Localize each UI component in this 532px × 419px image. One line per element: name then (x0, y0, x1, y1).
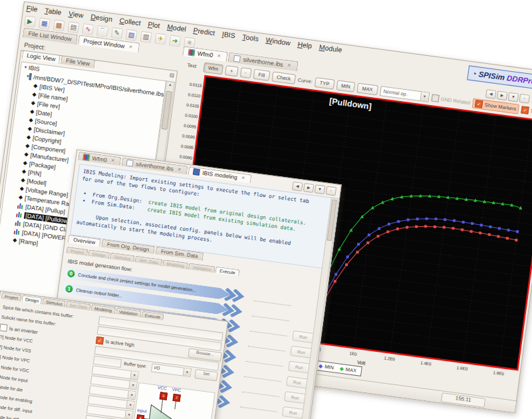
dialog-nav-restore-icon[interactable]: ▫ (326, 186, 337, 196)
dialog-nav-back-icon[interactable]: ◀ (292, 182, 303, 192)
close-icon[interactable]: ✕ (285, 62, 293, 69)
chevron-down-icon[interactable]: ▼ (124, 411, 132, 419)
export-icon[interactable]: ➜ (169, 35, 181, 47)
report-icon[interactable]: ▥ (140, 31, 152, 43)
chart-icon (188, 49, 195, 56)
legend-marker-icon: ◆ (339, 366, 344, 372)
wfm-button-wfm[interactable]: Wfm (203, 62, 223, 74)
wfm-button--[interactable]: - (239, 67, 251, 78)
scroll-up-icon[interactable]: ▲ (166, 82, 174, 90)
wfm-nav-down-icon[interactable]: ▼ (508, 92, 519, 102)
config-tab-validation[interactable]: Validation (188, 263, 215, 273)
project-label: Project: (24, 41, 46, 51)
diamond-icon: ◆ (30, 108, 35, 115)
pin-vcc[interactable]: 0 (160, 392, 168, 400)
diamond-icon: ◆ (26, 134, 31, 140)
pin-input[interactable]: 4 (136, 414, 144, 419)
wfm-nav-back-icon[interactable]: ◀ (485, 89, 497, 99)
svg-text:0.0090: 0.0090 (182, 133, 196, 140)
menu-ibis[interactable]: IBIS (221, 30, 236, 42)
wfm-nav-restore-icon[interactable]: ▫ (519, 94, 530, 104)
config-tab-stimulus[interactable]: Stimulus (110, 253, 135, 263)
run-button[interactable]: Run (290, 346, 313, 358)
close-icon[interactable]: ✕ (127, 43, 134, 51)
data-chart-icon (14, 228, 21, 235)
menu-plot[interactable]: Plot (147, 20, 160, 32)
chevron-down-icon[interactable]: ▼ (128, 381, 136, 389)
pencil-icon[interactable]: ✎ (111, 27, 123, 39)
form-tab-modeling[interactable]: Modeling (90, 304, 115, 314)
config-tab-modeling[interactable]: Modeling (162, 259, 188, 269)
curve-button-typ[interactable]: TYP (315, 77, 334, 90)
menu-table[interactable]: Table (44, 6, 62, 19)
run-button[interactable]: Run (284, 391, 307, 404)
menu-module[interactable]: Module (319, 43, 342, 56)
wfm-nav-forward-icon[interactable]: ▶ (497, 90, 508, 100)
form-tab-project[interactable]: Project (1, 292, 22, 301)
chart-icon (82, 154, 90, 161)
diamond-icon: ◆ (29, 117, 33, 124)
wfm-button-text[interactable]: Text (182, 59, 202, 72)
close-icon[interactable]: ✕ (109, 157, 116, 164)
buffer-type-label: Buffer type: (124, 361, 147, 369)
run-button[interactable]: Run (292, 331, 315, 343)
palette-icon[interactable]: ▩ (53, 19, 65, 31)
config-tab-execute[interactable]: Execute (215, 267, 240, 277)
menu-help[interactable]: Help (297, 40, 313, 53)
form-tab-sim-data[interactable]: Sim.Data (66, 301, 91, 311)
step-number-badge: 1 (65, 285, 73, 293)
close-icon[interactable]: ✕ (239, 174, 247, 182)
form-tab-stimulus[interactable]: Stimulus (42, 298, 66, 308)
doc-icon (126, 160, 134, 167)
close-icon[interactable]: ✕ (176, 166, 183, 174)
form-tab-validation[interactable]: Validation (116, 307, 142, 317)
logo-brand1: SPISim (478, 70, 505, 81)
curve-icon[interactable]: ⌒ (96, 25, 108, 37)
svg-text:1.6E0: 1.6E0 (456, 365, 468, 371)
grid-icon[interactable]: ▦ (39, 17, 51, 29)
svg-text:0.0080: 0.0080 (180, 154, 194, 160)
run-button[interactable]: Run (282, 406, 305, 419)
chevron-down-icon[interactable]: ▼ (126, 401, 134, 409)
chevron-down-icon[interactable]: ▼ (420, 92, 429, 101)
gear-icon (193, 168, 200, 176)
curve-button-min[interactable]: MIN (336, 80, 355, 92)
menu-predict[interactable]: Predict (192, 26, 215, 39)
menu-tools[interactable]: Tools (241, 33, 259, 45)
table-icon[interactable]: ▤ (67, 21, 79, 33)
dialog-nav-forward-icon[interactable]: ▶ (303, 183, 315, 193)
chevron-down-icon[interactable]: ▼ (127, 391, 135, 399)
run-button[interactable]: Run (288, 361, 311, 374)
diamond-icon: ◆ (31, 100, 35, 106)
run-button[interactable]: Run (286, 376, 309, 388)
wfm-button-+[interactable]: + (225, 65, 238, 76)
config-tab-design[interactable]: Design (88, 249, 110, 259)
diamond-icon: ◆ (25, 142, 30, 149)
chevron-down-icon[interactable]: ▼ (183, 368, 191, 376)
wfm-button-fill[interactable]: Fill (253, 69, 270, 80)
legend-item-min: ◆MIN (319, 362, 334, 370)
menu-view[interactable]: View (68, 9, 84, 22)
signal-icon[interactable]: ∿ (82, 23, 94, 35)
curve-label: Curve: (297, 76, 313, 84)
menu-window[interactable]: Window (265, 36, 291, 50)
step-number-badge: 0 (67, 269, 75, 277)
chart-icon[interactable]: ▧ (126, 29, 138, 41)
tab-file-view[interactable]: File View (61, 55, 95, 69)
form-tab-execute[interactable]: Execute (141, 311, 164, 321)
config-tab-sim-data[interactable]: Sim. Data (135, 256, 163, 266)
plane-icon[interactable]: ✈ (154, 33, 166, 45)
status-position: 155:11 (441, 392, 485, 408)
dialog-tab-wfm0[interactable]: Wfm0✕ (78, 152, 121, 166)
menu-file[interactable]: File (25, 4, 38, 16)
legend-marker-icon: ◆ (319, 362, 323, 369)
panel-menu-icon[interactable]: ▤ (169, 72, 175, 78)
dialog-nav-down-icon[interactable]: ▼ (315, 184, 326, 194)
config-tab-project[interactable]: Project (66, 247, 88, 256)
pin-vpc[interactable]: 2 (172, 394, 180, 402)
chevron-down-icon[interactable]: ▼ (130, 371, 138, 379)
diamond-icon: ◆ (21, 177, 25, 184)
form-tab-design[interactable]: Design (21, 295, 42, 305)
close-icon[interactable]: ✕ (215, 53, 223, 60)
run-icon[interactable]: ▶ (24, 15, 36, 27)
